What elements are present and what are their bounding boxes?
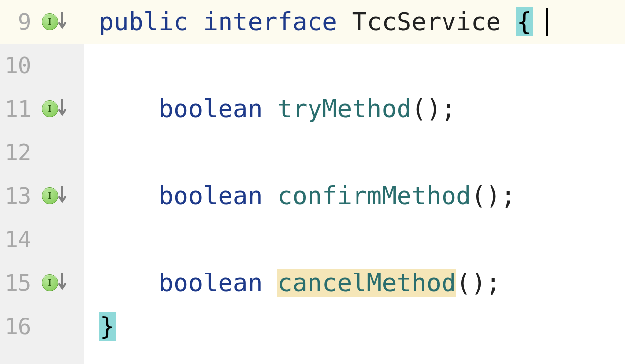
line-number: 9 (0, 9, 35, 35)
code-line[interactable]: public interface TccService { (84, 0, 625, 44)
code-line[interactable] (99, 131, 625, 174)
code-line[interactable]: boolean cancelMethod(); (99, 261, 625, 305)
gutter-row[interactable]: 10 (0, 44, 84, 87)
code-line[interactable] (99, 44, 625, 87)
code-line[interactable]: boolean confirmMethod(); (99, 174, 625, 218)
arrow-down-icon (57, 11, 67, 32)
implement-marker[interactable]: I (42, 98, 67, 119)
line-number: 16 (0, 314, 35, 340)
text-caret (546, 8, 548, 36)
arrow-down-icon (57, 98, 67, 119)
line-number: 10 (0, 52, 35, 79)
code-text: boolean tryMethod(); (99, 94, 456, 123)
gutter-row[interactable]: 12 (0, 131, 84, 174)
code-text: } (99, 312, 116, 341)
line-number: 12 (0, 139, 35, 166)
implement-marker[interactable]: I (42, 11, 67, 32)
code-text: boolean cancelMethod(); (99, 269, 501, 297)
code-line[interactable]: boolean tryMethod(); (99, 87, 625, 131)
gutter-row[interactable]: 16 (0, 305, 84, 348)
brace-close: } (99, 312, 116, 341)
line-number: 11 (0, 96, 35, 122)
gutter-row[interactable]: 15 I (0, 261, 84, 305)
code-line[interactable] (99, 218, 625, 261)
brace-open: { (516, 7, 533, 36)
code-area[interactable]: public interface TccService { boolean tr… (84, 0, 625, 364)
arrow-down-icon (57, 273, 67, 293)
implement-marker[interactable]: I (42, 273, 67, 293)
gutter[interactable]: 9 I 10 11 I (0, 0, 84, 364)
line-number: 13 (0, 183, 35, 209)
highlighted-text: cancelMethod (277, 269, 456, 297)
arrow-down-icon (57, 185, 67, 206)
line-number: 14 (0, 227, 35, 253)
code-text: boolean confirmMethod(); (99, 182, 516, 210)
implement-badge-icon: I (42, 13, 58, 30)
implement-badge-icon: I (42, 274, 58, 291)
implement-badge-icon: I (42, 187, 58, 204)
code-line[interactable]: } (99, 305, 625, 348)
gutter-row[interactable]: 13 I (0, 174, 84, 218)
line-number: 15 (0, 270, 35, 296)
code-editor: 9 I 10 11 I (0, 0, 625, 364)
code-text: public interface TccService { (99, 7, 533, 36)
gutter-row[interactable]: 9 I (0, 0, 84, 44)
implement-badge-icon: I (42, 100, 58, 117)
gutter-row[interactable]: 14 (0, 218, 84, 261)
implement-marker[interactable]: I (42, 185, 67, 206)
gutter-row[interactable]: 11 I (0, 87, 84, 131)
